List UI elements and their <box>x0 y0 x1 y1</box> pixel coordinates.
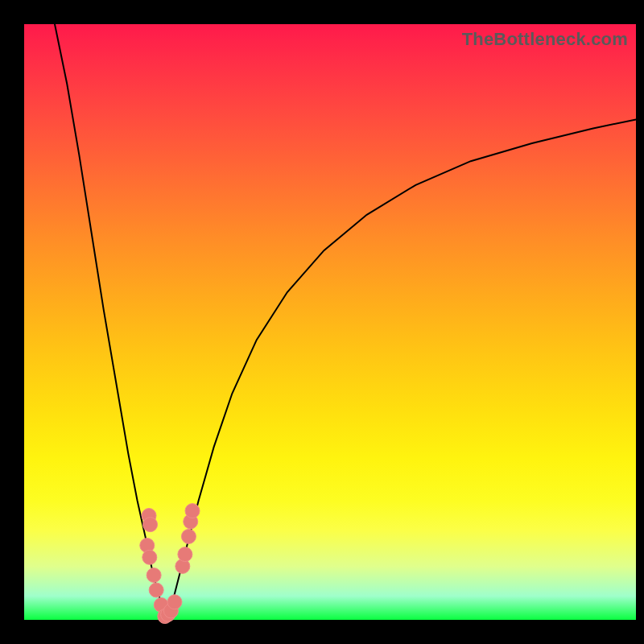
chart-container: TheBottleneck.com <box>0 0 644 644</box>
data-markers <box>140 504 200 624</box>
data-marker <box>142 550 157 564</box>
bottleneck-curve-right <box>167 119 636 618</box>
curve-layer <box>24 24 636 620</box>
data-marker <box>143 518 158 532</box>
data-marker <box>149 583 163 597</box>
data-marker <box>185 504 200 518</box>
data-marker <box>178 547 192 562</box>
plot-area: TheBottleneck.com <box>24 24 636 620</box>
data-marker <box>147 568 161 583</box>
data-marker <box>181 529 196 543</box>
data-marker <box>167 595 182 609</box>
